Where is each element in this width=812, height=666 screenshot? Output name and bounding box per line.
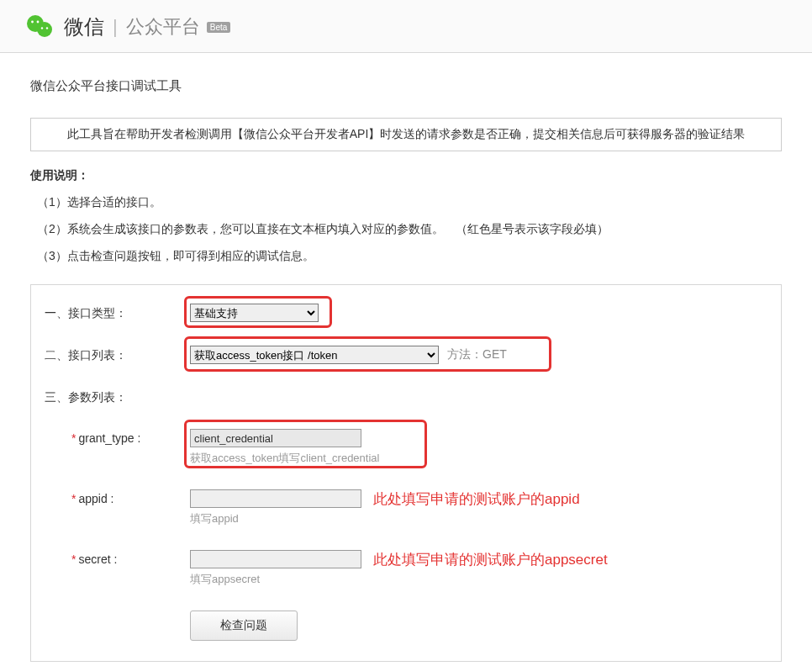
info-box: 此工具旨在帮助开发者检测调用【微信公众平台开发者API】时发送的请求参数是否正确… <box>30 118 782 151</box>
highlight-list <box>184 336 551 372</box>
label-appid: *appid : <box>43 489 190 505</box>
form-box: 一、接口类型： 基础支持 二、接口列表： 获取access_token接口 /t… <box>30 284 782 662</box>
highlight-grant <box>184 420 427 468</box>
label-grant-type: *grant_type : <box>43 429 190 445</box>
instruction-1: （1）选择合适的接口。 <box>37 195 782 210</box>
brand-divider: | <box>113 16 118 38</box>
row-interface-list: 二、接口列表： 获取access_token接口 /token 方法：GET <box>43 346 769 364</box>
row-interface-type: 一、接口类型： 基础支持 <box>43 304 769 322</box>
appid-annotation: 此处填写申请的测试账户的appid <box>373 489 580 509</box>
row-param-list: 三、参数列表： <box>43 388 769 405</box>
wechat-logo-icon <box>25 12 55 42</box>
brand-wechat: 微信 <box>64 13 104 40</box>
secret-hint: 填写appsecret <box>190 572 361 587</box>
beta-badge: Beta <box>207 22 231 33</box>
row-grant-type: *grant_type : 获取access_token填写client_cre… <box>43 429 769 466</box>
svg-point-3 <box>37 21 40 24</box>
instructions: 使用说明： （1）选择合适的接口。 （2）系统会生成该接口的参数表，您可以直接在… <box>30 168 782 264</box>
submit-button[interactable]: 检查问题 <box>190 610 298 641</box>
secret-annotation: 此处填写申请的测试账户的appsecret <box>373 550 608 569</box>
svg-point-5 <box>46 27 48 29</box>
label-interface-list: 二、接口列表： <box>43 346 190 363</box>
brand-platform: 公众平台 <box>126 14 200 40</box>
label-param-list: 三、参数列表： <box>43 388 190 405</box>
required-star-icon: * <box>71 552 76 566</box>
page-title: 微信公众平台接口调试工具 <box>30 78 782 94</box>
instructions-title: 使用说明： <box>30 168 782 183</box>
page-header: 微信 | 公众平台 Beta <box>0 0 812 53</box>
appid-hint: 填写appid <box>190 511 361 526</box>
required-star-icon: * <box>71 431 76 445</box>
appid-input[interactable] <box>190 489 361 508</box>
instruction-3: （3）点击检查问题按钮，即可得到相应的调试信息。 <box>37 249 782 264</box>
svg-point-4 <box>41 27 43 29</box>
required-star-icon: * <box>71 492 76 505</box>
svg-point-2 <box>31 21 34 24</box>
row-appid: *appid : 填写appid 此处填写申请的测试账户的appid <box>43 489 769 526</box>
row-secret: *secret : 填写appsecret 此处填写申请的测试账户的appsec… <box>43 550 769 587</box>
submit-row: 检查问题 <box>190 610 769 641</box>
svg-point-1 <box>37 22 52 37</box>
main-container: 微信公众平台接口调试工具 此工具旨在帮助开发者检测调用【微信公众平台开发者API… <box>0 53 812 666</box>
label-secret: *secret : <box>43 550 190 566</box>
instruction-2: （2）系统会生成该接口的参数表，您可以直接在文本框内填入对应的参数值。 （红色星… <box>37 222 782 237</box>
highlight-type <box>184 296 332 328</box>
secret-input[interactable] <box>190 550 361 568</box>
label-interface-type: 一、接口类型： <box>43 304 190 321</box>
